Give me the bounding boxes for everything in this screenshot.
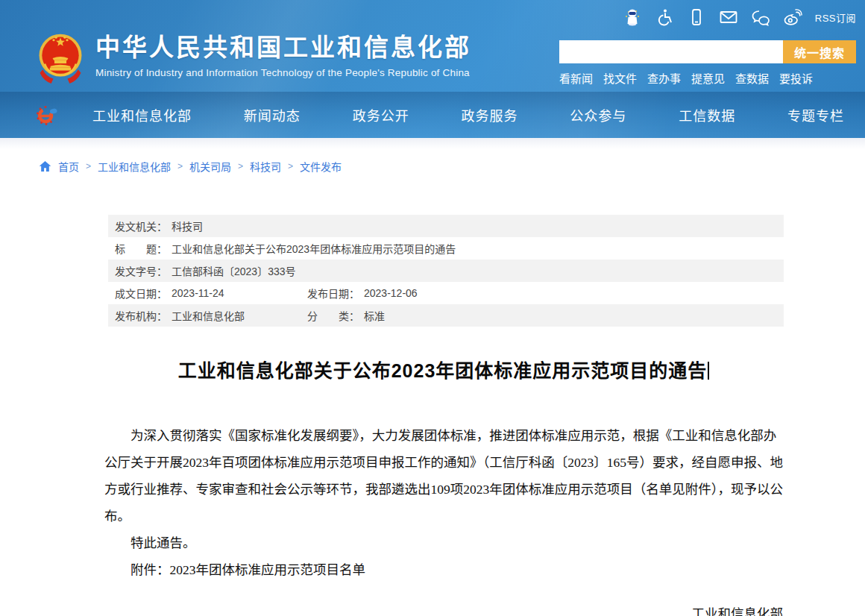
nav-item-miit-data[interactable]: 工信数据 <box>679 105 735 125</box>
meta-value: 标准 <box>364 308 385 323</box>
rss-subscribe-link[interactable]: RSS订阅 <box>815 10 856 25</box>
document-container: 发文机关： 科技司 标 题： 工业和信息化部关于公布2023年团体标准应用示范项… <box>0 174 865 616</box>
search-quick-links: 看新闻 找文件 查办事 提意见 查数据 要投诉 <box>559 70 858 86</box>
mail-icon[interactable] <box>719 7 738 27</box>
document-body: 为深入贯彻落实《国家标准化发展纲要》，大力发展团体标准，推进团体标准应用示范，根… <box>104 422 783 616</box>
quick-link-complaints[interactable]: 要投诉 <box>779 70 813 86</box>
breadcrumb-separator: > <box>86 161 91 172</box>
nav-item-special-topics[interactable]: 专题专栏 <box>787 105 844 125</box>
quick-link-files[interactable]: 找文件 <box>603 70 637 86</box>
nav-item-gov-disclosure[interactable]: 政务公开 <box>353 105 409 125</box>
document-meta-table: 发文机关： 科技司 标 题： 工业和信息化部关于公布2023年团体标准应用示范项… <box>108 215 784 327</box>
breadcrumb-departments[interactable]: 机关司局 <box>189 159 231 174</box>
national-emblem-icon <box>37 30 84 85</box>
unified-search-button[interactable]: 统一搜索 <box>783 40 856 63</box>
meta-label: 标 题： <box>115 241 167 256</box>
quick-link-data[interactable]: 查数据 <box>735 70 769 86</box>
miit-e-logo-icon <box>36 104 58 126</box>
nav-item-miit[interactable]: 工业和信息化部 <box>92 105 192 125</box>
site-title: 中华人民共和国工业和信息化部 <box>95 33 471 63</box>
meta-value: 工业和信息化部 <box>172 308 245 323</box>
signature-org: 工业和信息化部 <box>104 603 783 616</box>
home-icon[interactable] <box>39 160 51 172</box>
meta-label: 发布机构： <box>115 308 167 323</box>
site-subtitle: Ministry of Industry and Information Tec… <box>95 67 471 78</box>
breadcrumb-separator: > <box>177 161 183 172</box>
meta-row-document-number: 发文字号： 工信部科函〔2023〕333号 <box>108 260 784 282</box>
breadcrumb-separator: > <box>288 161 293 172</box>
unified-search-input[interactable] <box>559 40 783 63</box>
meta-label: 发布日期： <box>307 286 359 301</box>
header-bottom-strip <box>0 138 865 149</box>
meta-row-issuing-office: 发文机关： 科技司 <box>108 215 784 237</box>
main-nav: 工业和信息化部 新闻动态 政务公开 政务服务 公众参与 工信数据 专题专栏 <box>0 92 865 138</box>
wechat-icon[interactable] <box>751 7 770 27</box>
meta-label: 发文字号： <box>115 263 167 278</box>
nav-item-gov-services[interactable]: 政务服务 <box>461 105 518 125</box>
meta-label: 成文日期： <box>115 286 167 301</box>
site-header: RSS订阅 中华人民共和国工业和信息化部 Ministry of Industr… <box>0 0 865 138</box>
breadcrumb-document-release[interactable]: 文件发布 <box>300 159 342 174</box>
topbar-utility-icons: RSS订阅 <box>623 7 856 27</box>
meta-value: 工业和信息化部关于公布2023年团体标准应用示范项目的通告 <box>172 241 456 256</box>
document-title-text: 工业和信息化部关于公布2023年团体标准应用示范项目的通告 <box>178 360 708 381</box>
meta-row-title: 标 题： 工业和信息化部关于公布2023年团体标准应用示范项目的通告 <box>108 237 784 260</box>
meta-value: 2023-12-06 <box>364 287 418 299</box>
breadcrumb-home[interactable]: 首页 <box>58 159 79 174</box>
meta-value: 科技司 <box>172 219 203 233</box>
quick-link-suggestions[interactable]: 提意见 <box>691 70 725 86</box>
signature-block: 工业和信息化部 2023年11月24日 <box>104 603 783 616</box>
meta-label: 分 类： <box>307 308 359 323</box>
quick-link-news[interactable]: 看新闻 <box>559 70 593 86</box>
site-brand: 中华人民共和国工业和信息化部 Ministry of Industry and … <box>37 30 471 85</box>
weibo-icon[interactable] <box>783 7 802 27</box>
body-paragraph-notice: 特此通告。 <box>104 529 783 556</box>
meta-label: 发文机关： <box>115 219 167 233</box>
document-title: 工业和信息化部关于公布2023年团体标准应用示范项目的通告 <box>104 358 783 383</box>
mobile-icon[interactable] <box>687 7 706 27</box>
brand-text: 中华人民共和国工业和信息化部 Ministry of Industry and … <box>95 30 471 78</box>
meta-value: 工信部科函〔2023〕333号 <box>172 263 296 278</box>
mascot-robot-icon[interactable] <box>623 7 642 27</box>
nav-item-public-participation[interactable]: 公众参与 <box>570 105 626 125</box>
accessibility-icon[interactable] <box>655 7 674 27</box>
meta-row-publisher-category: 发布机构： 工业和信息化部 分 类： 标准 <box>108 304 784 327</box>
quick-link-services[interactable]: 查办事 <box>647 70 681 86</box>
breadcrumb-separator: > <box>238 161 243 172</box>
attachment-link[interactable]: 附件：2023年团体标准应用示范项目名单 <box>104 556 783 583</box>
meta-value: 2023-11-24 <box>172 287 224 299</box>
meta-row-dates: 成文日期： 2023-11-24 发布日期： 2023-12-06 <box>108 282 784 304</box>
breadcrumb-science-tech-dept[interactable]: 科技司 <box>250 159 281 174</box>
body-paragraph: 为深入贯彻落实《国家标准化发展纲要》，大力发展团体标准，推进团体标准应用示范，根… <box>104 422 783 529</box>
nav-items: 工业和信息化部 新闻动态 政务公开 政务服务 公众参与 工信数据 专题专栏 <box>92 105 865 125</box>
breadcrumb-miit[interactable]: 工业和信息化部 <box>98 159 171 174</box>
breadcrumb: 首页 > 工业和信息化部 > 机关司局 > 科技司 > 文件发布 <box>39 159 865 174</box>
miit-document-page: { "colors": { "header_blue": "#3a8cca", … <box>0 0 865 616</box>
search-area: 统一搜索 看新闻 找文件 查办事 提意见 查数据 要投诉 <box>559 40 858 86</box>
nav-item-news[interactable]: 新闻动态 <box>244 105 301 125</box>
text-cursor <box>708 362 709 380</box>
